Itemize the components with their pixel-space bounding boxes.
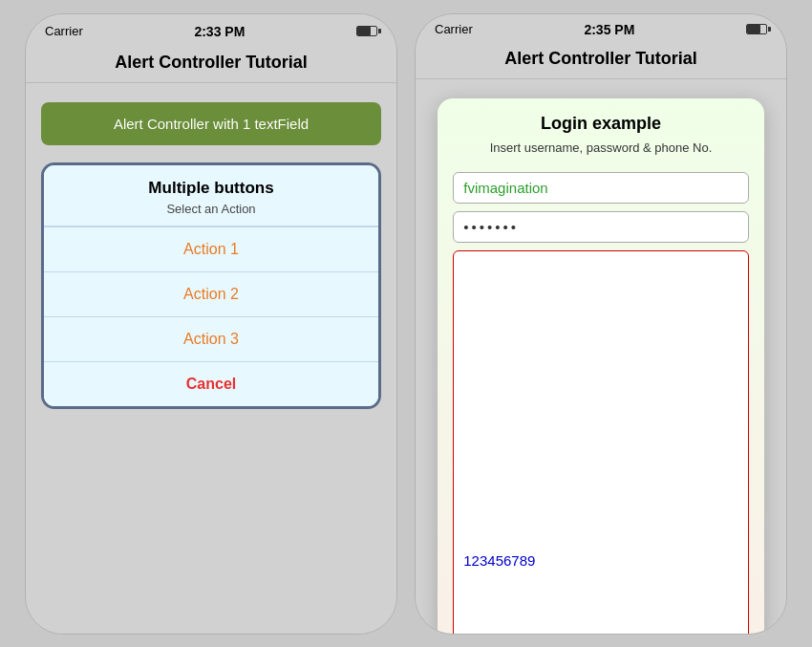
time-1: 2:33 PM <box>194 24 245 39</box>
action-item-2[interactable]: Action 2 <box>44 271 378 316</box>
action-item-1[interactable]: Action 1 <box>44 226 378 271</box>
action-sheet: Multiple buttons Select an Action Action… <box>41 162 381 409</box>
status-bar-2: Carrier 2:35 PM <box>416 14 786 41</box>
action-item-3[interactable]: Action 3 <box>44 316 378 361</box>
action-sheet-subtitle: Select an Action <box>53 202 369 216</box>
battery-icon-1 <box>356 24 377 38</box>
action-sheet-title: Multiple buttons <box>53 179 369 198</box>
action-sheet-header: Multiple buttons Select an Action <box>44 165 378 226</box>
alert-header: Login example Insert username, password … <box>438 98 763 164</box>
status-icons-1 <box>356 24 377 38</box>
phone1-content: Alert Controller with 1 textField Multip… <box>26 83 396 634</box>
password-input[interactable] <box>453 211 748 243</box>
phone1: Carrier 2:33 PM Alert Controller Tutoria… <box>25 13 397 635</box>
alert-dialog: Login example Insert username, password … <box>438 98 763 635</box>
carrier-1: Carrier <box>45 24 83 38</box>
status-bar-1: Carrier 2:33 PM <box>26 14 396 45</box>
battery-icon-2 <box>746 22 767 36</box>
nav-title-1: Alert Controller Tutorial <box>26 45 396 83</box>
time-2: 2:35 PM <box>584 22 634 37</box>
phone2: Carrier 2:35 PM Alert Controller Tutoria… <box>415 13 787 635</box>
alert-fields <box>438 164 763 635</box>
carrier-2: Carrier <box>435 22 473 36</box>
phone2-content: Login example Insert username, password … <box>416 79 786 635</box>
nav-title-2: Alert Controller Tutorial <box>416 41 786 79</box>
status-icons-2 <box>746 22 767 36</box>
alert-subtitle: Insert username, password & phone No. <box>457 140 744 157</box>
username-input[interactable] <box>453 172 748 204</box>
phone-input[interactable] <box>453 250 748 635</box>
alert-title: Login example <box>457 114 744 134</box>
alert-controller-button[interactable]: Alert Controller with 1 textField <box>41 102 381 145</box>
action-cancel[interactable]: Cancel <box>44 361 378 406</box>
